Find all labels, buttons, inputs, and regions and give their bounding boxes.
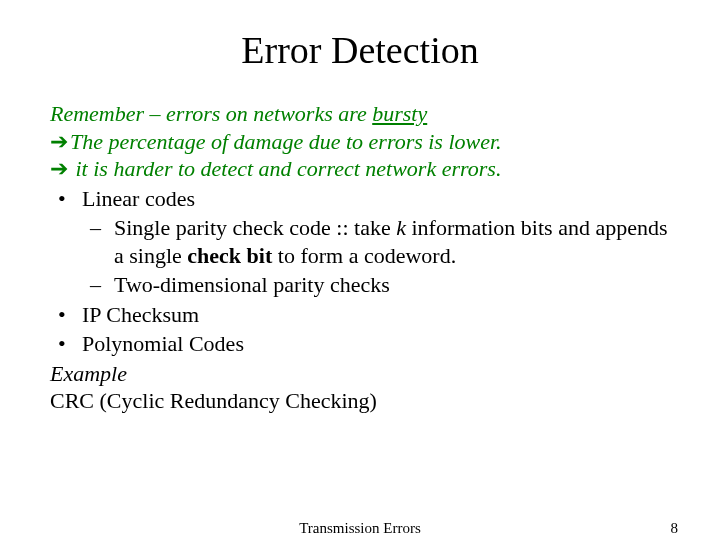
sub-list-linear: Single parity check code :: take k infor… [82, 214, 670, 299]
footer-title: Transmission Errors [0, 520, 720, 537]
arrow2-text: it is harder to detect and correct netwo… [70, 156, 501, 181]
remember-text: Remember – errors on networks are [50, 101, 372, 126]
bursty-word: bursty [372, 101, 427, 126]
spcc-pre: Single parity check code :: take [114, 215, 396, 240]
slide-body: Remember – errors on networks are bursty… [50, 100, 670, 415]
arrow1-text: The percentage of damage due to errors i… [70, 129, 502, 154]
spcc-post: to form a codeword. [272, 243, 456, 268]
crc-line: CRC (Cyclic Redundancy Checking) [50, 387, 670, 415]
bullet-ip-checksum: IP Checksum [78, 301, 670, 329]
sub-single-parity: Single parity check code :: take k infor… [110, 214, 670, 269]
arrow-line-1: ➔The percentage of damage due to errors … [50, 128, 670, 156]
spcc-k: k [396, 215, 406, 240]
bullet-list: Linear codes Single parity check code ::… [50, 185, 670, 358]
example-label: Example [50, 360, 670, 388]
arrow-right-icon: ➔ [50, 129, 68, 154]
slide-title: Error Detection [50, 28, 670, 72]
slide: Error Detection Remember – errors on net… [0, 0, 720, 540]
bullet-polynomial: Polynomial Codes [78, 330, 670, 358]
arrow-line-2: ➔ it is harder to detect and correct net… [50, 155, 670, 183]
spcc-checkbit: check bit [187, 243, 272, 268]
sub-two-dim: Two-dimensional parity checks [110, 271, 670, 299]
remember-line: Remember – errors on networks are bursty [50, 100, 670, 128]
arrow-right-icon: ➔ [50, 156, 68, 181]
page-number: 8 [671, 520, 679, 537]
bullet-linear-codes: Linear codes Single parity check code ::… [78, 185, 670, 299]
linear-codes-label: Linear codes [82, 186, 195, 211]
